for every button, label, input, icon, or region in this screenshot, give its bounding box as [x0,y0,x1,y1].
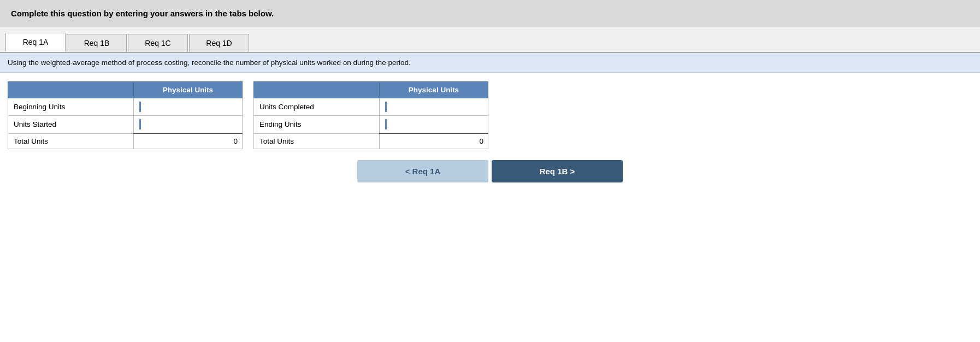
beginning-units-input[interactable] [139,102,238,112]
header-banner: Complete this question by entering your … [0,0,980,27]
left-label-header [8,82,134,98]
right-value-header: Physical Units [380,82,488,98]
right-row2-value [380,116,488,134]
table-row: Total Units 0 [8,133,243,149]
left-row2-value [134,116,243,134]
table-spacer [243,81,253,149]
tab-req1c[interactable]: Req 1C [128,34,188,52]
tab-req1b[interactable]: Req 1B [67,34,127,52]
nav-buttons: < Req 1A Req 1B > [8,160,972,182]
tables-wrapper: Physical Units Beginning Units Units Sta… [8,81,972,149]
right-table: Physical Units Units Completed Ending Un… [253,81,488,149]
right-row1-value [380,98,488,116]
next-button[interactable]: Req 1B > [492,160,623,182]
right-label-header [254,82,380,98]
table-row: Ending Units [254,116,488,134]
tab-req1a[interactable]: Req 1A [5,33,66,52]
units-completed-input[interactable] [385,102,483,112]
table-row: Beginning Units [8,98,243,116]
tab-req1d[interactable]: Req 1D [189,34,249,52]
right-total-label: Total Units [254,133,380,149]
table-row: Total Units 0 [254,133,488,149]
left-total-label: Total Units [8,133,134,149]
main-content: Physical Units Beginning Units Units Sta… [0,73,980,191]
left-row1-value [134,98,243,116]
left-table: Physical Units Beginning Units Units Sta… [8,81,243,149]
ending-units-input[interactable] [385,119,483,129]
right-row1-label: Units Completed [254,98,380,116]
prev-button[interactable]: < Req 1A [357,160,488,182]
left-row2-label: Units Started [8,116,134,134]
right-row2-label: Ending Units [254,116,380,134]
table-row: Units Started [8,116,243,134]
tab-bar: Req 1A Req 1B Req 1C Req 1D [0,27,980,53]
table-row: Units Completed [254,98,488,116]
right-total-value: 0 [380,133,488,149]
units-started-input[interactable] [139,119,238,129]
instruction-bar: Using the weighted-average method of pro… [0,53,980,73]
left-value-header: Physical Units [134,82,243,98]
left-total-value: 0 [134,133,243,149]
header-text: Complete this question by entering your … [11,9,274,18]
instruction-text: Using the weighted-average method of pro… [8,58,411,67]
left-row1-label: Beginning Units [8,98,134,116]
